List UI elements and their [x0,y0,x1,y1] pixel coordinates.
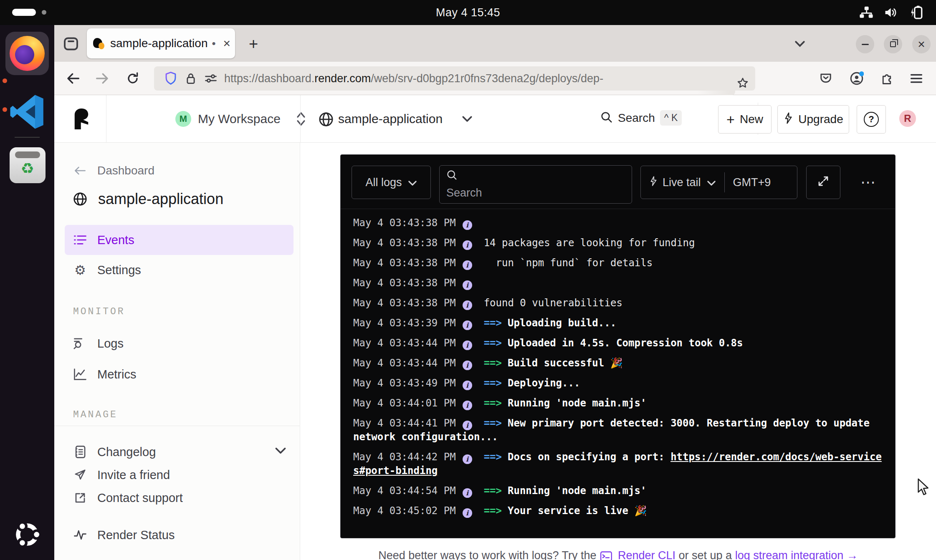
forward-button[interactable] [91,68,113,89]
system-clock[interactable]: May 4 15:45 [0,0,936,25]
changelog-chevron-icon[interactable] [275,447,286,456]
info-icon: i [463,381,472,390]
firefox-view-button[interactable] [62,35,80,53]
tab-close-icon[interactable]: × [223,37,231,50]
info-icon: i [463,341,472,350]
service-switcher[interactable]: sample-application [338,112,443,126]
log-timestamp: May 4 03:45:02 PM [353,505,456,517]
tab-title: sample-application [110,37,207,50]
log-filter-dropdown[interactable]: All logs [352,166,431,199]
workspace-avatar[interactable]: M [175,111,191,127]
sidebar-heading-manage: MANAGE [73,409,118,420]
sidebar-back-label: Dashboard [97,164,154,177]
sidebar-item-invite[interactable]: Invite a friend [73,466,170,484]
sidebar-item-logs[interactable]: Logs [73,334,124,353]
sidebar-back-dashboard[interactable]: Dashboard [73,161,154,180]
log-row: May 4 03:43:49 PMi==>Deploying... [353,376,883,390]
log-rows[interactable]: May 4 03:43:38 PMiMay 4 03:43:38 PMi14 p… [341,209,895,538]
bolt-icon [649,176,658,189]
info-icon: i [463,508,472,518]
log-more-menu[interactable]: ⋯ [856,166,881,199]
search-shortcut-badge: ^ K [660,110,682,126]
help-button[interactable]: ? [857,105,886,134]
window-close-button[interactable]: × [912,35,931,53]
log-timestamp: May 4 03:44:01 PM [353,397,456,409]
new-button[interactable]: New [718,105,772,134]
log-timestamp: May 4 03:43:44 PM [353,357,456,369]
log-stream-link[interactable]: log stream integration → [735,549,858,560]
recycle-icon: ♻ [21,158,34,179]
globe-icon [319,112,334,129]
sidebar-item-contact-support[interactable]: Contact support [73,489,183,507]
workspace-caret-icon[interactable] [296,111,306,129]
render-favicon [93,38,104,49]
search-icon [446,169,458,184]
dock-trash[interactable]: ♻ [10,147,46,183]
log-timestamp: May 4 03:43:49 PM [353,377,456,389]
log-arrow-prefix: ==> [484,337,502,349]
url-domain: render.com [314,72,371,85]
url-path: /web/srv-d0bgp21r0fns73dena2g/deploys/de… [371,72,603,85]
live-tail-control[interactable]: Live tail GMT+9 [640,166,797,199]
log-timestamp: May 4 03:43:38 PM [353,257,456,269]
navigation-bar: https://dashboard.render.com/web/srv-d0b… [54,62,936,95]
tab-separator: • [212,37,215,50]
expand-logs-button[interactable] [806,166,840,199]
render-cli-link[interactable]: Render CLI [618,549,675,560]
sidebar-item-label: Contact support [97,491,183,505]
service-caret-icon[interactable] [462,115,473,124]
log-timestamp: May 4 03:43:44 PM [353,337,456,349]
log-search-input[interactable]: Search [439,165,632,204]
app-header: M My Workspace sample-application Search… [54,95,936,143]
log-message: Your service is live 🎉 [508,505,647,517]
sidebar-item-settings[interactable]: Settings [73,261,141,279]
log-message: Docs on specifying a port: [508,451,670,463]
search-icon [600,111,613,125]
dock-vscode[interactable] [5,91,49,134]
log-timestamp: May 4 03:43:38 PM [353,217,456,229]
info-icon: i [463,280,472,290]
log-panel: All logs Search [340,154,896,538]
menu-icon[interactable] [906,68,927,89]
window-maximize-button[interactable] [884,35,902,53]
dock-firefox[interactable] [5,32,49,75]
battery-icon [909,5,923,20]
global-search[interactable]: Search ^ K [600,110,682,126]
lock-icon[interactable] [181,72,201,85]
window-minimize-button[interactable] [856,35,874,53]
user-avatar[interactable]: R [899,110,916,127]
new-tab-button[interactable]: + [244,35,263,53]
sidebar-item-changelog[interactable]: Changelog [73,443,156,461]
log-row: May 4 03:44:42 PMi==>Docs on specifying … [353,450,883,478]
render-logo[interactable] [73,108,89,131]
back-button[interactable] [62,68,84,89]
tracking-shield-icon[interactable] [161,71,181,86]
url-text[interactable]: https://dashboard.render.com/web/srv-d0b… [224,72,749,85]
sidebar-item-metrics[interactable]: Metrics [73,365,136,383]
system-tray[interactable] [859,0,923,25]
workspace-name[interactable]: My Workspace [198,112,281,126]
timezone-label[interactable]: GMT+9 [733,176,771,189]
bookmark-star-icon[interactable] [733,71,753,95]
permissions-icon[interactable] [201,73,221,84]
sidebar-item-events[interactable]: Events [73,231,134,249]
list-tabs-chevron-icon[interactable] [792,36,808,52]
log-row: May 4 03:43:44 PMi==>Uploaded in 4.5s. C… [353,336,883,350]
account-icon[interactable] [846,68,868,89]
pocket-icon[interactable] [815,68,837,89]
ubuntu-logo-icon[interactable] [13,521,41,550]
url-bar[interactable]: https://dashboard.render.com/web/srv-d0b… [154,66,755,91]
info-icon: i [463,421,472,430]
browser-tab[interactable]: sample-application • We × [87,28,235,58]
reload-button[interactable] [122,68,144,89]
log-arrow-prefix: ==> [484,377,502,389]
sidebar-item-label: Settings [97,263,141,277]
live-tail-label: Live tail [663,176,701,189]
log-row: May 4 03:43:38 PMifound 0 vulnerabilitie… [353,296,883,310]
upgrade-button[interactable]: Upgrade [777,105,849,134]
sidebar-service-label: sample-application [98,190,223,208]
sidebar-item-render-status[interactable]: Render Status [73,526,175,544]
back-arrow-icon [73,166,87,175]
sidebar-service-name[interactable]: sample-application [73,190,223,208]
extensions-icon[interactable] [876,68,898,89]
